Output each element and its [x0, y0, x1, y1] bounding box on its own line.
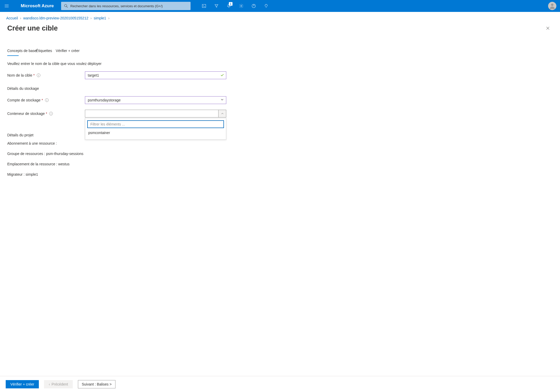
storage-container-label: Conteneur de stockage* i	[7, 112, 85, 116]
info-icon[interactable]: i	[45, 98, 49, 102]
required-marker: *	[41, 98, 43, 102]
svg-point-5	[241, 5, 242, 7]
feedback-button[interactable]	[260, 0, 272, 12]
gear-icon	[239, 4, 244, 8]
page-title: Créer une cible	[7, 24, 543, 32]
required-marker: *	[46, 112, 47, 116]
resource-group-line: Groupe de ressources : psm-thursday-sess…	[7, 152, 235, 156]
tab-basics-label: Concepts de base	[7, 49, 37, 53]
location-line: Emplacement de la ressource : westus	[7, 162, 235, 166]
target-name-input[interactable]	[85, 71, 226, 79]
main-panel: Créer une cible Concepts de base Étiquet…	[0, 22, 560, 176]
top-icon-bar: 1	[198, 0, 272, 12]
cloud-shell-icon	[202, 4, 206, 8]
notification-badge: 1	[229, 2, 232, 6]
hamburger-icon	[4, 4, 9, 8]
storage-container-dropdown: psmcontainer	[85, 118, 226, 140]
chevron-up-icon	[218, 110, 226, 117]
brand-label: Microsoft Azure	[21, 3, 54, 9]
account-button[interactable]	[548, 2, 556, 10]
target-name-label-text: Nom de la cible	[7, 73, 32, 77]
footer-bar: Vérifier + créer ‹ Précédent Suivant : B…	[0, 376, 560, 392]
help-button[interactable]	[248, 0, 260, 12]
storage-container-label-text: Conteneur de stockage	[7, 112, 45, 116]
tab-review[interactable]: Vérifier + créer	[56, 47, 79, 54]
breadcrumb-item-1[interactable]: wandisco.ldm-preview-20201005155212	[23, 16, 88, 20]
filter-icon	[214, 4, 219, 8]
form-area: Veuillez entrer le nom de la cible que v…	[7, 62, 235, 176]
avatar-icon	[549, 2, 556, 10]
feedback-icon	[264, 4, 268, 8]
form-instruction: Veuillez entrer le nom de la cible que v…	[7, 62, 235, 66]
global-search-input[interactable]	[70, 4, 188, 8]
check-icon	[220, 73, 224, 78]
storage-account-label: Compte de stockage* i	[7, 98, 85, 102]
migrator-line: Migrateur : simple1	[7, 172, 235, 176]
previous-button-label: Précédent	[52, 382, 68, 386]
close-blade-button[interactable]	[543, 24, 552, 33]
storage-account-value: psmthursdaystorage	[88, 98, 121, 102]
chevron-right-icon: ›	[90, 16, 92, 20]
chevron-down-icon	[220, 98, 224, 102]
breadcrumb: Accueil › wandisco.ldm-preview-202010051…	[0, 12, 560, 22]
breadcrumb-item-2[interactable]: simple1	[94, 16, 106, 20]
subscription-label: Abonnement à une ressource :	[7, 141, 235, 145]
storage-section-header: Détails du stockage	[7, 86, 235, 91]
target-name-label: Nom de la cible* i	[7, 73, 85, 77]
svg-rect-4	[202, 4, 206, 8]
chevron-right-icon: ›	[108, 16, 110, 20]
dropdown-filter-input[interactable]	[87, 120, 224, 128]
chevron-left-icon: ‹	[49, 382, 50, 386]
info-icon[interactable]: i	[37, 73, 40, 77]
required-marker: *	[33, 73, 35, 77]
search-icon	[64, 4, 68, 8]
next-button-label: Suivant : Balises >	[82, 382, 112, 386]
settings-button[interactable]	[235, 0, 248, 12]
previous-button: ‹ Précédent	[44, 380, 73, 388]
tab-review-label: Vérifier + créer	[56, 49, 79, 53]
svg-point-2	[8, 7, 9, 8]
notifications-button[interactable]: 1	[223, 0, 235, 12]
dropdown-option[interactable]: psmcontainer	[87, 128, 224, 137]
storage-account-label-text: Compte de stockage	[7, 98, 40, 102]
svg-point-0	[8, 5, 9, 5]
info-icon[interactable]: i	[49, 112, 53, 115]
tab-basics[interactable]: Concepts de base	[7, 47, 37, 54]
tab-tags-label: Étiquettes	[36, 49, 52, 53]
storage-account-select[interactable]: psmthursdaystorage	[85, 96, 226, 104]
next-button[interactable]: Suivant : Balises >	[78, 380, 116, 388]
storage-container-select[interactable]	[85, 110, 226, 117]
global-search[interactable]	[61, 2, 191, 10]
tab-tags[interactable]: Étiquettes	[36, 47, 52, 54]
svg-point-3	[64, 4, 67, 7]
cloud-shell-button[interactable]	[198, 0, 210, 12]
top-bar: Microsoft Azure 1	[0, 0, 560, 12]
tab-bar: Concepts de base Étiquettes Vérifier + c…	[7, 47, 554, 54]
svg-point-7	[551, 4, 553, 6]
breadcrumb-home[interactable]: Accueil	[6, 16, 18, 20]
menu-toggle-button[interactable]	[2, 2, 11, 10]
close-icon	[546, 26, 550, 31]
verify-create-button[interactable]: Vérifier + créer	[6, 380, 39, 388]
help-icon	[251, 4, 256, 8]
svg-point-1	[8, 6, 9, 6]
chevron-right-icon: ›	[20, 16, 21, 20]
directory-filter-button[interactable]	[210, 0, 223, 12]
